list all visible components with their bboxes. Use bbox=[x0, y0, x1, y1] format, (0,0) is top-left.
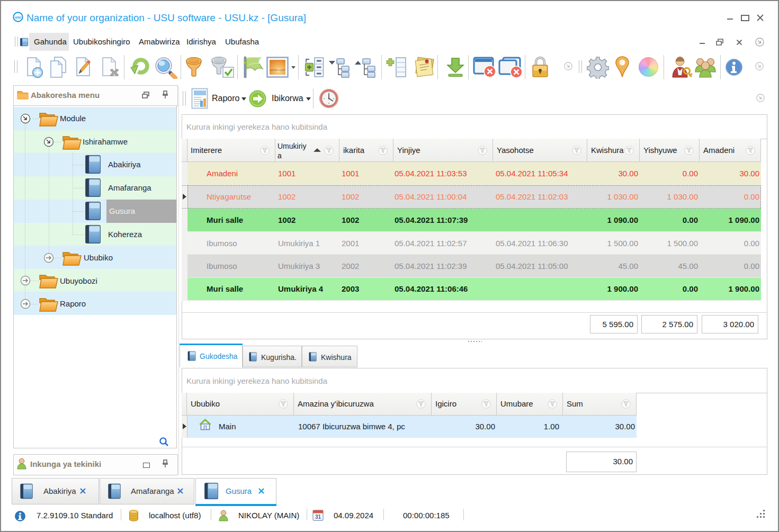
svg-text:usu: usu bbox=[15, 15, 21, 19]
svg-text:31: 31 bbox=[315, 514, 321, 520]
